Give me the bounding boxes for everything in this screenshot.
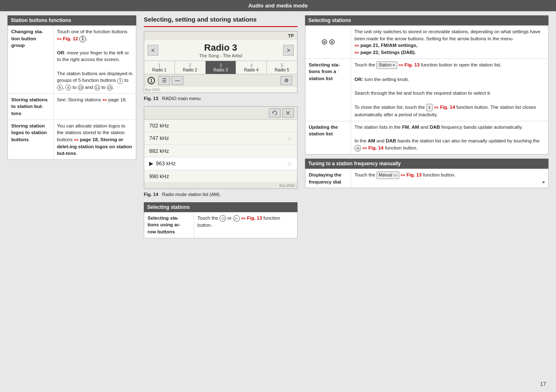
- freq-label: 747 kHz: [149, 135, 169, 141]
- preset-btn-1[interactable]: 1 Radio 1: [144, 61, 175, 74]
- right-selecting-table: ⦾ ⦾ The unit only switches to stored or …: [305, 25, 549, 154]
- next-arrow: »: [536, 169, 549, 188]
- table-row: Changing sta-tion buttongroup Touch one …: [8, 26, 136, 94]
- radio-top-bar: TP: [144, 32, 297, 40]
- exit-list-button[interactable]: [282, 108, 294, 118]
- radio-main-area: < Radio 3 The Song - The Artist >: [144, 40, 297, 61]
- mid-section-title: Selecting, setting and storing stations: [144, 15, 298, 27]
- mode-indicator: 1: [148, 77, 155, 84]
- tuning-section: Tuning to a station frequency manually D…: [305, 159, 549, 188]
- table-row: Displaying thefrequency dial Touch the M…: [305, 169, 549, 188]
- fig14-caption: Fig. 14 Radio mode station list (AM).: [144, 191, 298, 198]
- tp-label: TP: [288, 33, 294, 38]
- right-column: Selecting stations ⦾ ⦾ The unit only swi…: [305, 15, 549, 238]
- row-content: The unit only switches to stored or rece…: [351, 26, 549, 59]
- song-info: The Song - The Artist: [158, 53, 283, 58]
- station-list-row[interactable]: 882 kHz: [144, 145, 297, 157]
- row-content: See: Storing stations »» page 18.: [54, 93, 136, 120]
- radio-bottom-bar: 1 ☰ — ⚙: [144, 74, 297, 87]
- table-row: Selecting sta-tions using ar-row buttons…: [144, 212, 298, 238]
- preset-buttons: 1 Radio 1 2 Radio 2 3 Radio 3 4 Radio 4: [144, 61, 297, 74]
- next-station-button[interactable]: >: [283, 45, 294, 56]
- station-list-row[interactable]: 990 kHz: [144, 170, 297, 183]
- row-label: Selecting sta-tions from astation list: [305, 59, 351, 121]
- freq-label: 990 kHz: [149, 173, 169, 179]
- row-label: Updating thestation list: [305, 121, 351, 154]
- preset-btn-2[interactable]: 2 Radio 2: [175, 61, 206, 74]
- row-content: Touch one of the function buttons »» Fig…: [54, 26, 136, 94]
- brp-label: Brp-2562: [144, 87, 297, 93]
- table-row: Updating thestation list The station lis…: [305, 121, 549, 154]
- favorite-star[interactable]: ☆: [287, 135, 292, 142]
- selecting-stations-right-header: Selecting stations: [305, 15, 549, 25]
- row-content: Touch the Manual ▭ »» Fig. 13 function b…: [351, 169, 536, 188]
- row-content: You can allocate station logos to the st…: [54, 120, 136, 159]
- row-label: Displaying thefrequency dial: [305, 169, 351, 188]
- tuning-header: Tuning to a station frequency manually: [305, 159, 549, 169]
- table-row: ⦾ ⦾ The unit only switches to stored or …: [305, 26, 549, 59]
- freq-label: 702 kHz: [149, 122, 169, 129]
- station-buttons-header: Station buttons functions: [7, 15, 136, 25]
- station-list-button[interactable]: ☰: [158, 76, 170, 85]
- radio-center: Radio 3 The Song - The Artist: [158, 42, 283, 58]
- preset-btn-4[interactable]: 4 Radio 4: [236, 61, 267, 74]
- row-label: Storing stationsto station but-tons: [8, 93, 54, 120]
- station-list-row-playing[interactable]: ▶963 kHz ☆: [144, 157, 297, 170]
- prev-station-button[interactable]: <: [148, 45, 158, 56]
- table-row: Storing stationlogos to stationbuttons Y…: [8, 120, 136, 159]
- freq-label: ▶963 kHz: [149, 160, 176, 167]
- left-column: Station buttons functions Changing sta-t…: [7, 15, 136, 238]
- station-name: Radio 3: [158, 42, 283, 53]
- row-icon: ⦾ ⦾: [305, 26, 351, 59]
- preset-btn-5[interactable]: 5 Radio 5: [267, 61, 297, 74]
- favorite-star[interactable]: ☆: [287, 160, 292, 167]
- table-row: Selecting sta-tions from astation list T…: [305, 59, 549, 121]
- row-content: Touch the Station ≡ »» Fig. 13 function …: [351, 59, 549, 121]
- selecting-stations-header: Selecting stations: [144, 202, 298, 212]
- tuning-table: Displaying thefrequency dial Touch the M…: [305, 169, 549, 188]
- brp-label: Brp-2560: [144, 183, 297, 189]
- station-list-display: 702 kHz 747 kHz ☆ 882 kHz ▶963 kHz ☆: [144, 106, 298, 189]
- manual-button[interactable]: —: [172, 76, 183, 85]
- page-number: 17: [540, 381, 546, 387]
- selecting-stations-table: Selecting sta-tions using ar-row buttons…: [144, 212, 298, 238]
- settings-button[interactable]: ⚙: [280, 76, 292, 85]
- station-buttons-table: Changing sta-tion buttongroup Touch one …: [7, 25, 136, 160]
- middle-column: Selecting, setting and storing stations …: [144, 15, 298, 238]
- station-list-row[interactable]: 747 kHz ☆: [144, 132, 297, 145]
- radio-display: TP < Radio 3 The Song - The Artist > 1 R…: [144, 31, 298, 93]
- preset-btn-3[interactable]: 3 Radio 3: [206, 61, 236, 74]
- row-content: Touch the ◁ or ▷ »» Fig. 13 function but…: [194, 212, 298, 238]
- freq-label: 882 kHz: [149, 148, 169, 154]
- fig13-caption: Fig. 13 RADIO main menu.: [144, 95, 298, 102]
- row-label: Selecting sta-tions using ar-row buttons: [144, 212, 194, 238]
- row-label: Changing sta-tion buttongroup: [8, 26, 54, 94]
- station-list-row[interactable]: 702 kHz: [144, 120, 297, 132]
- refresh-icon-button[interactable]: [269, 108, 280, 118]
- header-title: Audio and media mode: [248, 2, 308, 9]
- row-content: The station lists in the FM, AM and DAB …: [351, 121, 549, 154]
- row-label: Storing stationlogos to stationbuttons: [8, 120, 54, 159]
- page-header: Audio and media mode: [0, 0, 556, 11]
- table-row: Storing stationsto station but-tons See:…: [8, 93, 136, 120]
- sl-top-bar: [144, 107, 297, 120]
- svg-marker-0: [273, 112, 274, 114]
